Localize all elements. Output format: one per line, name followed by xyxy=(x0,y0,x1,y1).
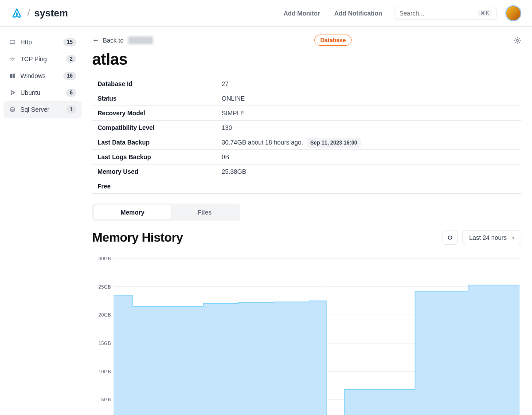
detail-key: Memory Used xyxy=(92,164,216,179)
svg-rect-0 xyxy=(10,40,15,43)
detail-value: 27 xyxy=(216,77,521,91)
chart-header: Memory History Last 24 hours ▾ xyxy=(92,230,521,245)
detail-value: ONLINE xyxy=(216,91,521,106)
type-pill: Database xyxy=(314,35,352,46)
sidebar-badge: 2 xyxy=(66,55,76,63)
search-box[interactable]: ⌘ K xyxy=(395,7,497,20)
table-row: Database Id27 xyxy=(92,77,521,91)
sidebar-item-ubuntu[interactable]: Ubuntu 6 xyxy=(4,84,82,101)
sidebar-item-label: Windows xyxy=(20,72,59,79)
sidebar-badge: 6 xyxy=(66,89,76,97)
brand[interactable]: / system xyxy=(11,7,68,20)
detail-key: Recovery Model xyxy=(92,106,216,121)
detail-key: Status xyxy=(92,91,216,106)
chart: 0GB5GB10GB15GB20GB25GB30GB11AM12PM1PM2PM… xyxy=(92,254,521,415)
signal-icon xyxy=(9,55,16,63)
back-label: Back to xyxy=(103,37,124,44)
sidebar-item-windows[interactable]: Windows 16 xyxy=(4,67,82,84)
table-row: Memory Used25.38GB xyxy=(92,164,521,179)
brand-text: system xyxy=(35,8,68,19)
refresh-button[interactable] xyxy=(442,231,458,245)
detail-key: Last Logs Backup xyxy=(92,150,216,164)
tabs: Memory Files xyxy=(92,204,240,221)
svg-text:20GB: 20GB xyxy=(98,312,111,317)
slash-separator: / xyxy=(27,8,30,18)
logo-icon xyxy=(11,7,23,20)
detail-value: 30.74GB about 18 hours ago.Sep 11, 2023 … xyxy=(216,135,521,150)
detail-value: 25.38GB xyxy=(216,164,521,179)
sidebar-badge: 15 xyxy=(63,38,76,46)
arrow-left-icon: ← xyxy=(92,36,99,44)
sidebar-badge: 16 xyxy=(63,72,76,80)
svg-text:25GB: 25GB xyxy=(98,284,111,290)
svg-point-5 xyxy=(11,94,12,95)
sidebar-item-sqlserver[interactable]: Sql Server 1 xyxy=(4,101,82,118)
tab-memory[interactable]: Memory xyxy=(94,205,171,219)
sidebar-item-label: TCP Ping xyxy=(20,55,62,63)
svg-point-3 xyxy=(14,92,15,93)
refresh-icon xyxy=(447,235,453,241)
detail-value xyxy=(216,179,521,194)
chart-title: Memory History xyxy=(92,231,442,245)
sidebar-item-tcp-ping[interactable]: TCP Ping 2 xyxy=(4,51,82,67)
detail-value: 130 xyxy=(216,121,521,135)
page-title: atlas xyxy=(92,50,521,69)
details-table: Database Id27StatusONLINERecovery ModelS… xyxy=(92,77,521,194)
chevron-down-icon: ▾ xyxy=(512,235,515,241)
svg-point-6 xyxy=(516,39,519,41)
sidebar-item-http[interactable]: Http 15 xyxy=(4,34,82,51)
area-chart[interactable]: 0GB5GB10GB15GB20GB25GB30GB11AM12PM1PM2PM… xyxy=(92,254,521,415)
gear-icon[interactable] xyxy=(513,36,521,44)
svg-text:5GB: 5GB xyxy=(101,397,111,402)
sidebar-item-label: Ubuntu xyxy=(20,89,62,96)
detail-value: SIMPLE xyxy=(216,106,521,121)
detail-key: Free xyxy=(92,179,216,194)
sidebar-badge: 1 xyxy=(66,106,76,114)
table-row: Compatibility Level130 xyxy=(92,121,521,135)
table-row: Last Data Backup30.74GB about 18 hours a… xyxy=(92,135,521,150)
timestamp-tag: Sep 11, 2023 16:00 xyxy=(307,138,361,148)
svg-point-1 xyxy=(12,60,13,61)
svg-point-4 xyxy=(11,90,12,91)
back-link[interactable]: ← Back to xyxy=(92,36,153,44)
table-row: Recovery ModelSIMPLE xyxy=(92,106,521,121)
sidebar-item-label: Http xyxy=(20,39,59,46)
search-kbd: ⌘ K xyxy=(478,10,492,16)
ubuntu-icon xyxy=(9,89,16,96)
table-row: Last Logs Backup0B xyxy=(92,150,521,164)
search-input[interactable] xyxy=(399,10,478,17)
range-label: Last 24 hours xyxy=(469,234,507,241)
table-row: Free xyxy=(92,179,521,194)
sidebar-item-label: Sql Server xyxy=(20,106,62,113)
svg-text:10GB: 10GB xyxy=(98,369,111,374)
detail-value: 0B xyxy=(216,150,521,164)
detail-key: Database Id xyxy=(92,77,216,91)
detail-key: Last Data Backup xyxy=(92,135,216,150)
back-target-redacted xyxy=(128,36,153,44)
main-content: ← Back to Database atlas Database Id27St… xyxy=(85,27,532,415)
table-row: StatusONLINE xyxy=(92,91,521,106)
topbar: ← Back to Database xyxy=(92,35,521,46)
add-monitor-link[interactable]: Add Monitor xyxy=(276,6,327,20)
detail-key: Compatibility Level xyxy=(92,121,216,135)
windows-icon xyxy=(9,72,16,79)
header: / system Add Monitor Add Notification ⌘ … xyxy=(0,0,532,27)
tab-files[interactable]: Files xyxy=(171,205,239,219)
add-notification-link[interactable]: Add Notification xyxy=(327,6,389,20)
laptop-icon xyxy=(9,39,16,46)
sidebar: Http 15 TCP Ping 2 Windows 16 Ubuntu 6 S… xyxy=(0,27,85,415)
avatar[interactable] xyxy=(505,5,521,21)
svg-text:30GB: 30GB xyxy=(98,256,111,261)
svg-text:15GB: 15GB xyxy=(98,341,111,346)
sqlserver-icon xyxy=(9,106,16,113)
svg-point-2 xyxy=(11,91,14,94)
range-dropdown[interactable]: Last 24 hours ▾ xyxy=(462,230,521,245)
